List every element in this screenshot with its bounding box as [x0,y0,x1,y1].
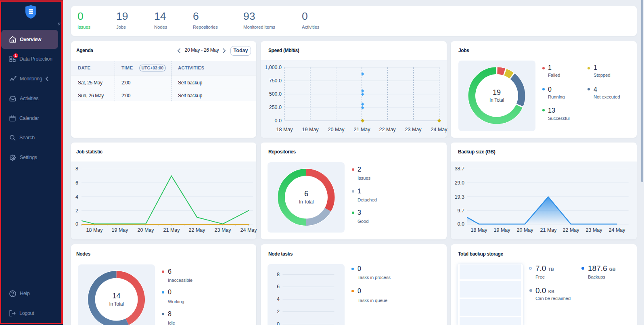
svg-text:6: 6 [304,190,308,198]
svg-text:In Total: In Total [109,301,123,307]
svg-text:In Total: In Total [489,97,504,103]
svg-text:14: 14 [112,292,120,300]
svg-text:In Total: In Total [299,199,314,205]
svg-text:19: 19 [493,88,501,96]
